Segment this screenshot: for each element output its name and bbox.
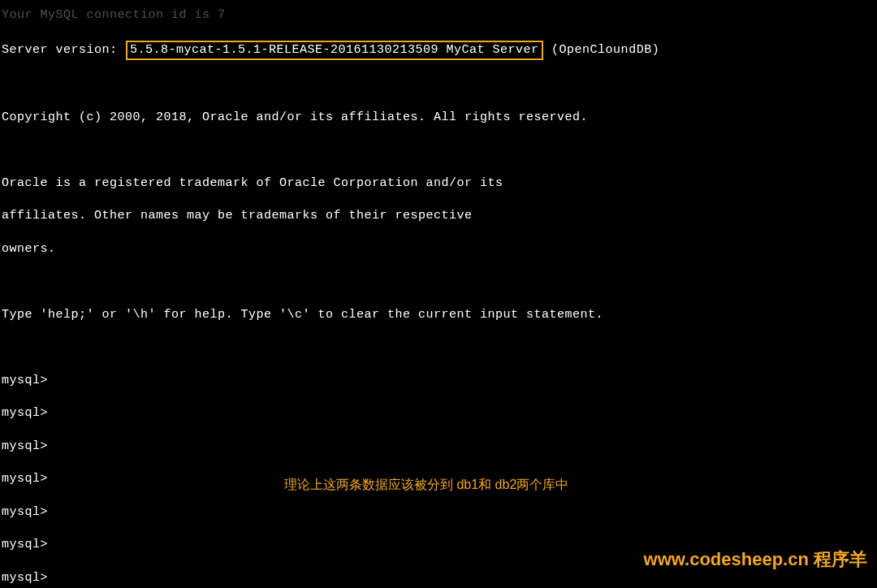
version-label: Server version: bbox=[2, 43, 125, 57]
annotation-text: 理论上这两条数据应该被分到 db1和 db2两个库中 bbox=[284, 476, 568, 494]
watermark-text: www.codesheep.cn 程序羊 bbox=[644, 547, 867, 572]
version-suffix: (OpenCloundDB) bbox=[544, 43, 660, 57]
server-version-line: Server version: 5.5.8-mycat-1.5.1-RELEAS… bbox=[2, 41, 875, 60]
connection-id-line: Your MySQL connection id is 7 bbox=[2, 7, 875, 24]
help-hint-line: Type 'help;' or '\h' for help. Type '\c'… bbox=[2, 307, 875, 323]
terminal-output[interactable]: Your MySQL connection id is 7 Server ver… bbox=[2, 0, 875, 588]
prompt-line: mysql> bbox=[2, 504, 875, 521]
copyright-line: Copyright (c) 2000, 2018, Oracle and/or … bbox=[2, 110, 875, 126]
blank-line bbox=[2, 142, 875, 158]
blank-line bbox=[2, 76, 875, 93]
blank-line bbox=[2, 339, 875, 356]
version-highlight-box: 5.5.8-mycat-1.5.1-RELEASE-20161130213509… bbox=[126, 41, 543, 60]
trademark-line-3: owners. bbox=[2, 241, 875, 257]
blank-line bbox=[2, 274, 875, 290]
prompt-line: mysql> bbox=[2, 405, 875, 422]
prompt-line: mysql> bbox=[2, 373, 875, 389]
trademark-line-1: Oracle is a registered trademark of Orac… bbox=[2, 175, 875, 192]
trademark-line-2: affiliates. Other names may be trademark… bbox=[2, 208, 875, 224]
prompt-line: mysql> bbox=[2, 439, 875, 455]
prompt-line: mysql> bbox=[2, 570, 875, 586]
